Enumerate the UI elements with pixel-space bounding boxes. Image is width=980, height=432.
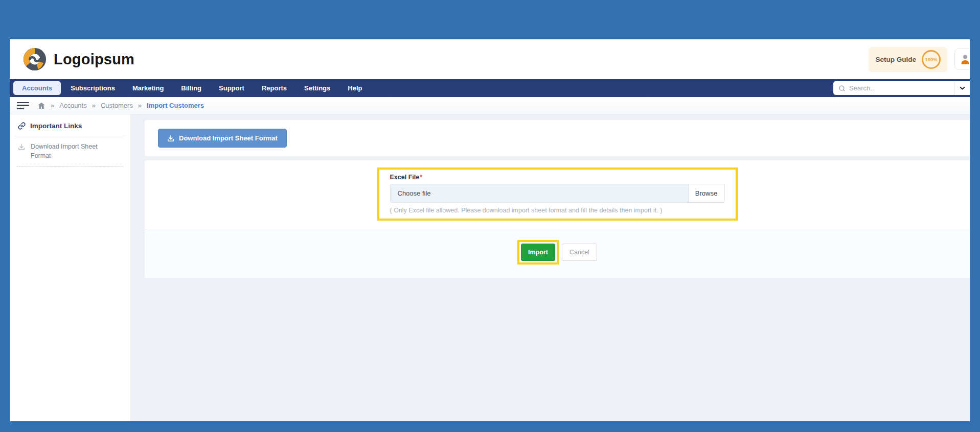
nav-item-subscriptions[interactable]: Subscriptions [62, 81, 124, 95]
import-button[interactable]: Import [521, 244, 555, 261]
global-search [833, 81, 970, 95]
breadcrumb: » Accounts » Customers » Import Customer… [10, 97, 970, 114]
person-icon [959, 53, 970, 65]
download-icon [18, 143, 25, 151]
file-help-text: ( Only Excel file allowed. Please downlo… [390, 207, 725, 214]
setup-progress-badge: 100% [922, 50, 941, 69]
breadcrumb-accounts[interactable]: Accounts [59, 102, 86, 109]
file-input[interactable]: Choose file Browse [390, 184, 725, 203]
toolbar-panel: Download Import Sheet Format [145, 120, 970, 156]
download-icon [167, 135, 174, 142]
download-import-sheet-button[interactable]: Download Import Sheet Format [158, 129, 287, 148]
breadcrumb-separator: » [138, 102, 142, 109]
breadcrumb-import-customers: Import Customers [147, 102, 204, 109]
import-form-card: Excel File* Choose file Browse ( Only Ex… [145, 160, 970, 278]
annotation-highlight-form: Excel File* Choose file Browse ( Only Ex… [377, 167, 738, 221]
excel-file-field: Excel File* Choose file Browse ( Only Ex… [379, 170, 736, 219]
main-nav: Accounts Subscriptions Marketing Billing… [10, 79, 970, 97]
sidebar-heading-label: Important Links [30, 122, 82, 130]
annotation-highlight-import: Import [517, 240, 559, 265]
cancel-button[interactable]: Cancel [562, 244, 597, 261]
nav-item-accounts[interactable]: Accounts [13, 81, 61, 95]
nav-item-marketing[interactable]: Marketing [124, 81, 172, 95]
chevron-down-icon [959, 85, 966, 91]
sidebar-item-download-import-sheet[interactable]: Download Import Sheet Format [17, 136, 123, 167]
breadcrumb-separator: » [51, 102, 54, 109]
sidebar-toggle-icon[interactable] [17, 102, 29, 109]
import-form-card-body: Excel File* Choose file Browse ( Only Ex… [145, 160, 970, 229]
breadcrumb-customers[interactable]: Customers [101, 102, 133, 109]
browse-button[interactable]: Browse [688, 184, 724, 202]
file-input-placeholder: Choose file [391, 184, 688, 202]
search-scope-select[interactable] [954, 85, 970, 91]
excel-file-label-text: Excel File [390, 174, 420, 181]
header-right: Setup Guide 100% [869, 47, 970, 72]
main-panel: Download Import Sheet Format Excel File*… [130, 114, 970, 421]
logo-text: Logoipsum [54, 51, 134, 68]
user-avatar[interactable] [954, 49, 970, 70]
setup-guide-button[interactable]: Setup Guide 100% [869, 47, 947, 72]
sidebar-item-label: Download Import Sheet Format [31, 142, 108, 160]
brand[interactable]: Logoipsum [23, 47, 134, 71]
link-icon [18, 122, 26, 130]
sidebar: Important Links Download Import Sheet Fo… [10, 114, 130, 421]
import-form-card-footer: Import Cancel [145, 229, 970, 278]
nav-item-reports[interactable]: Reports [253, 81, 295, 95]
nav-item-billing[interactable]: Billing [172, 81, 210, 95]
search-icon [838, 85, 846, 92]
sidebar-heading: Important Links [17, 122, 123, 130]
download-import-sheet-label: Download Import Sheet Format [179, 134, 278, 142]
breadcrumb-separator: » [92, 102, 96, 109]
content-area: Important Links Download Import Sheet Fo… [10, 114, 970, 421]
app-header: Logoipsum Setup Guide 100% [10, 39, 970, 79]
nav-item-help[interactable]: Help [339, 81, 371, 95]
setup-guide-label: Setup Guide [875, 56, 916, 63]
nav-item-support[interactable]: Support [210, 81, 253, 95]
app-window: Logoipsum Setup Guide 100% Accounts Subs… [10, 39, 970, 421]
excel-file-label: Excel File* [390, 174, 725, 181]
required-asterisk: * [420, 174, 422, 181]
logo-icon [23, 47, 47, 71]
home-icon[interactable] [37, 102, 45, 110]
nav-item-settings[interactable]: Settings [295, 81, 339, 95]
search-input[interactable] [849, 84, 954, 92]
